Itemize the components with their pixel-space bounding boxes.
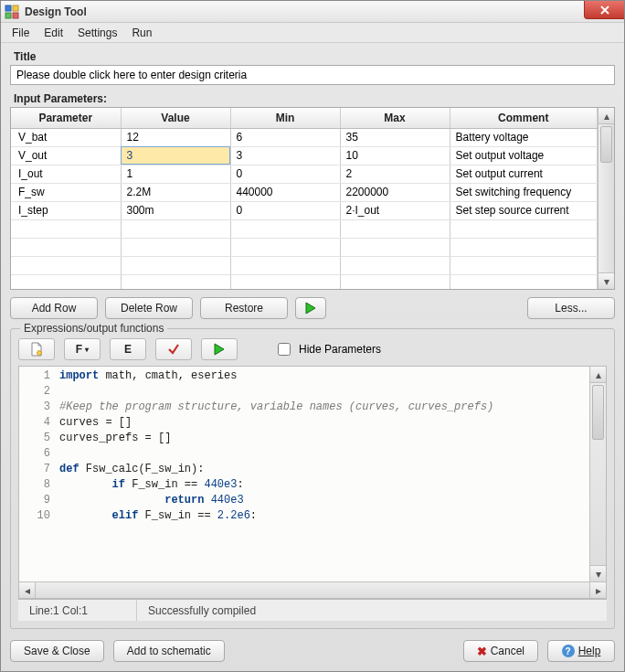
dropdown-icon: ▾ [85, 346, 89, 354]
cell-value[interactable]: 12 [121, 128, 230, 146]
column-header[interactable]: Value [121, 108, 230, 128]
compile-status: Successfully compiled [137, 600, 607, 621]
scroll-thumb[interactable] [592, 385, 604, 440]
save-close-button[interactable]: Save & Close [10, 640, 104, 662]
restore-button[interactable]: Restore [200, 297, 288, 319]
hide-parameters[interactable]: Hide Parameters [274, 340, 381, 358]
expressions-legend: Expressions/output functions [20, 322, 167, 335]
cell-comment[interactable]: Battery voltage [450, 128, 598, 146]
cell-min[interactable]: 0 [230, 201, 340, 219]
delete-row-button[interactable]: Delete Row [105, 297, 193, 319]
cell-parameter[interactable]: I_step [11, 201, 121, 219]
cell-min[interactable]: 6 [230, 128, 340, 146]
help-button[interactable]: ? Help [547, 640, 615, 662]
table-vscroll[interactable]: ▴ ▾ [598, 108, 614, 289]
code-vscroll[interactable]: ▴ ▾ [589, 367, 606, 581]
menu-run[interactable]: Run [126, 25, 157, 41]
column-header[interactable]: Comment [450, 108, 598, 128]
scroll-right-icon[interactable]: ▸ [589, 582, 606, 598]
close-button[interactable] [584, 1, 624, 19]
cancel-button[interactable]: ✖ Cancel [463, 640, 538, 662]
check-button[interactable] [155, 338, 192, 360]
cell-parameter[interactable]: V_out [11, 146, 121, 165]
menu-edit[interactable]: Edit [38, 25, 69, 41]
cell-max[interactable]: 10 [340, 146, 450, 165]
hide-parameters-label: Hide Parameters [299, 343, 381, 356]
column-header[interactable]: Parameter [11, 108, 121, 128]
svg-marker-6 [215, 344, 224, 355]
table-row[interactable]: F_sw2.2M4400002200000Set switching frequ… [11, 183, 598, 201]
cell-value[interactable]: 1 [121, 165, 230, 183]
cell-min[interactable]: 440000 [230, 183, 340, 201]
cancel-icon: ✖ [477, 645, 487, 658]
main-window: Design Tool File Edit Settings Run Title… [0, 0, 625, 672]
cell-comment[interactable]: Set output current [450, 165, 598, 183]
app-icon [5, 5, 19, 19]
cell-value[interactable]: 2.2M [121, 183, 230, 201]
svg-rect-1 [13, 5, 18, 11]
table-row[interactable]: I_out102Set output current [11, 165, 598, 183]
svg-rect-3 [13, 13, 18, 18]
run-table-button[interactable] [295, 297, 326, 319]
new-expr-button[interactable] [18, 338, 55, 360]
menu-bar: File Edit Settings Run [1, 23, 624, 43]
table-row-empty[interactable] [11, 274, 598, 289]
hide-parameters-checkbox[interactable] [278, 343, 291, 356]
code-editor[interactable]: 12345678910 import math, cmath, eseries … [18, 366, 607, 599]
cell-value[interactable]: 3 [121, 146, 230, 165]
table-row-empty[interactable] [11, 238, 598, 256]
cell-max[interactable]: 2 [340, 165, 450, 183]
play-icon [305, 302, 316, 315]
menu-file[interactable]: File [6, 25, 35, 41]
scroll-thumb[interactable] [600, 126, 612, 163]
cell-parameter[interactable]: V_bat [11, 128, 121, 146]
expressions-toolbar: F ▾ E Hide Parameters [18, 338, 607, 360]
f-button[interactable]: F ▾ [64, 338, 101, 360]
cell-min[interactable]: 3 [230, 146, 340, 165]
help-icon: ? [562, 645, 575, 657]
check-icon [167, 343, 180, 356]
column-header[interactable]: Min [230, 108, 340, 128]
cell-max[interactable]: 35 [340, 128, 450, 146]
client-area: Title Input Parameters: ParameterValueMi… [1, 43, 624, 671]
cell-value[interactable]: 300m [121, 201, 230, 219]
cell-comment[interactable]: Set step source current [450, 201, 598, 219]
scroll-down-icon[interactable]: ▾ [590, 565, 606, 581]
cell-parameter[interactable]: F_sw [11, 183, 121, 201]
parameters-table[interactable]: ParameterValueMinMaxComment V_bat12635Ba… [11, 108, 598, 289]
menu-settings[interactable]: Settings [72, 25, 122, 41]
table-row-empty[interactable] [11, 256, 598, 274]
svg-rect-2 [5, 13, 11, 18]
run-expr-button[interactable] [201, 338, 238, 360]
add-row-button[interactable]: Add Row [10, 297, 98, 319]
f-label: F [76, 343, 82, 356]
title-heading: Title [14, 50, 615, 63]
cell-comment[interactable]: Set output voltage [450, 146, 598, 165]
scroll-up-icon[interactable]: ▴ [590, 367, 606, 383]
table-row[interactable]: V_out3310Set output voltage [11, 146, 598, 165]
svg-point-5 [37, 351, 42, 356]
e-button[interactable]: E [110, 338, 146, 360]
cell-max[interactable]: 2·I_out [340, 201, 450, 219]
code-body[interactable]: import math, cmath, eseries #Keep the pr… [56, 367, 589, 581]
scroll-down-icon[interactable]: ▾ [599, 272, 614, 289]
footer-buttons: Save & Close Add to schematic ✖ Cancel ?… [10, 638, 615, 662]
column-header[interactable]: Max [340, 108, 450, 128]
scroll-up-icon[interactable]: ▴ [599, 108, 614, 124]
cell-max[interactable]: 2200000 [340, 183, 450, 201]
help-label: Help [578, 645, 601, 657]
scroll-left-icon[interactable]: ◂ [19, 582, 36, 598]
less-button[interactable]: Less... [527, 297, 615, 319]
code-gutter: 12345678910 [19, 367, 56, 581]
table-row[interactable]: V_bat12635Battery voltage [11, 128, 598, 146]
add-schematic-button[interactable]: Add to schematic [113, 640, 225, 662]
table-row-empty[interactable] [11, 219, 598, 238]
input-params-heading: Input Parameters: [14, 92, 615, 105]
cell-min[interactable]: 0 [230, 165, 340, 183]
cell-comment[interactable]: Set switching frequency [450, 183, 598, 201]
table-row[interactable]: I_step300m02·I_outSet step source curren… [11, 201, 598, 219]
cell-parameter[interactable]: I_out [11, 165, 121, 183]
code-hscroll[interactable]: ◂ ▸ [19, 581, 606, 598]
title-input[interactable] [10, 65, 615, 85]
window-title: Design Tool [25, 5, 87, 18]
